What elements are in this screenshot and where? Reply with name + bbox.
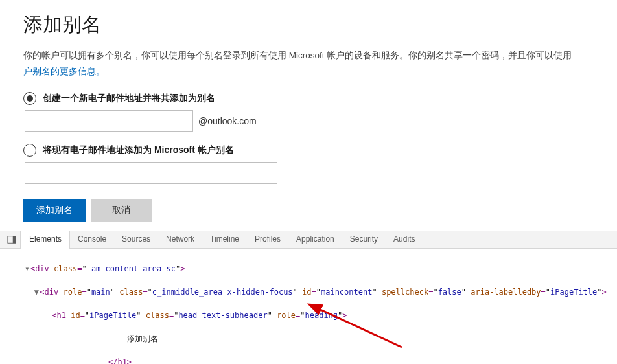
cancel-button[interactable]: 取消 — [91, 199, 152, 222]
tab-elements[interactable]: Elements — [21, 231, 70, 249]
page-description: 你的帐户可以拥有多个别名，你可以使用每个别名登录到所有使用 Microsoft … — [23, 49, 594, 63]
radio-create-new-label: 创建一个新电子邮件地址并将其添加为别名 — [43, 93, 215, 104]
radio-create-new[interactable]: 创建一个新电子邮件地址并将其添加为别名 — [23, 92, 594, 105]
dock-side-icon[interactable] — [3, 231, 21, 248]
radio-selected-icon — [23, 92, 36, 105]
tab-security[interactable]: Security — [342, 231, 386, 248]
radio-unselected-icon — [23, 144, 36, 157]
tab-audits[interactable]: Audits — [386, 231, 423, 248]
svg-rect-1 — [12, 236, 15, 243]
dom-tree[interactable]: ▾<div class=" am_content_area sc"> ▼<div… — [0, 249, 617, 364]
tab-sources[interactable]: Sources — [114, 231, 158, 248]
page-title: 添加别名 — [23, 12, 594, 38]
tab-application[interactable]: Application — [288, 231, 342, 248]
radio-existing-email[interactable]: 将现有电子邮件地址添加为 Microsoft 帐户别名 — [23, 144, 594, 157]
tab-network[interactable]: Network — [158, 231, 202, 248]
new-email-input[interactable] — [25, 110, 193, 132]
radio-existing-label: 将现有电子邮件地址添加为 Microsoft 帐户别名 — [43, 144, 234, 156]
tab-timeline[interactable]: Timeline — [202, 231, 247, 248]
add-alias-button[interactable]: 添加别名 — [23, 199, 86, 222]
more-info-link[interactable]: 户别名的更多信息。 — [23, 66, 105, 78]
existing-email-input[interactable] — [25, 162, 277, 184]
domain-suffix: @outlook.com — [198, 116, 257, 126]
tab-console[interactable]: Console — [70, 231, 114, 248]
tab-profiles[interactable]: Profiles — [247, 231, 288, 248]
devtools-panel: Elements Console Sources Network Timelin… — [0, 231, 617, 364]
